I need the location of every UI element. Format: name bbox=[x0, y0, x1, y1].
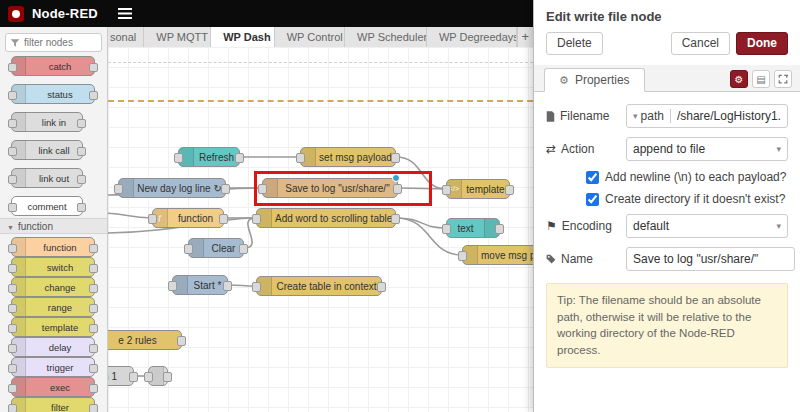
cancel-button[interactable]: Cancel bbox=[671, 32, 730, 55]
link-out-icon bbox=[12, 169, 26, 187]
palette-node-exec[interactable]: exec bbox=[11, 377, 95, 397]
flow-node-create-table-in-context[interactable]: Create table in context bbox=[256, 276, 382, 296]
palette-node-filter[interactable]: filter bbox=[11, 397, 95, 412]
flow-node-change-2-rules[interactable]: e 2 rules bbox=[108, 330, 182, 350]
flow-node-add-word-to-scrolling-table[interactable]: Add word to scrolling table bbox=[256, 208, 396, 228]
palette-node-template[interactable]: template bbox=[11, 317, 95, 337]
text-icon bbox=[484, 219, 499, 237]
palette-node-label: link call bbox=[26, 145, 82, 156]
flow-node-start[interactable]: Start * bbox=[172, 275, 228, 295]
node-label: set msg payload bbox=[316, 152, 395, 163]
palette-node-status[interactable]: status bbox=[11, 84, 95, 104]
palette-node-link-call[interactable]: link call bbox=[11, 140, 83, 160]
node-label: Start * bbox=[188, 280, 227, 291]
palette-node-label: status bbox=[26, 89, 94, 100]
description-button[interactable]: ▤ bbox=[752, 70, 770, 88]
add-tab-button[interactable]: + bbox=[517, 27, 533, 47]
flag-icon: ⚑ bbox=[546, 219, 557, 233]
link-icon bbox=[149, 367, 164, 385]
trigger-icon bbox=[12, 358, 26, 376]
action-select[interactable]: append to file ▾ bbox=[626, 137, 788, 161]
palette-search[interactable] bbox=[5, 33, 102, 52]
palette-node-label: link in bbox=[26, 117, 82, 128]
newline-checkbox-row: Add newline (\n) to each payload? bbox=[586, 170, 788, 184]
tab-properties[interactable]: ⚙ Properties bbox=[544, 68, 645, 92]
catch-icon bbox=[12, 57, 26, 75]
palette-node-catch[interactable]: catch bbox=[11, 56, 95, 76]
encoding-select[interactable]: default ▾ bbox=[626, 214, 788, 238]
chevron-down-icon: ▾ bbox=[776, 144, 781, 154]
newline-checkbox[interactable] bbox=[586, 171, 599, 184]
node-label: Clear bbox=[204, 243, 243, 254]
palette-category-label: function bbox=[18, 221, 53, 232]
encoding-value: default bbox=[633, 219, 669, 233]
refresh-icon bbox=[179, 148, 194, 166]
palette-node-delay[interactable]: delay bbox=[11, 337, 95, 357]
tab-wp-degreedays[interactable]: WP Degreedays bbox=[427, 27, 517, 47]
palette-node-label: link out bbox=[26, 173, 82, 184]
flow-node-link[interactable] bbox=[148, 366, 168, 386]
encoding-label: ⚑ Encoding bbox=[546, 219, 626, 233]
flow-node-template[interactable]: </>template bbox=[446, 179, 510, 199]
filter-icon bbox=[12, 398, 26, 412]
palette-node-change[interactable]: change bbox=[11, 277, 95, 297]
flow-node-save-to-log[interactable]: Save to log "usr/share/" bbox=[262, 178, 398, 198]
swap-icon: ⇄ bbox=[546, 142, 556, 156]
delay-icon bbox=[12, 338, 26, 356]
mkdir-checkbox[interactable] bbox=[586, 193, 599, 206]
tab-wp-control[interactable]: WP Control bbox=[275, 27, 345, 47]
expand-icon bbox=[778, 74, 788, 84]
palette-node-label: change bbox=[26, 282, 94, 293]
switch-icon bbox=[12, 258, 26, 276]
node-red-logo bbox=[8, 6, 24, 22]
edit-node-form: Filename ▾path /share/LogHistory1.log ⇄ … bbox=[534, 92, 800, 368]
palette-node-function[interactable]: function bbox=[11, 237, 95, 257]
palette-node-trigger[interactable]: trigger bbox=[11, 357, 95, 377]
gear-icon: ⚙ bbox=[559, 69, 569, 91]
chevron-down-icon: ▾ bbox=[776, 221, 781, 231]
node-settings-button[interactable]: ⚙ bbox=[730, 70, 748, 88]
palette-node-label: delay bbox=[26, 342, 94, 353]
palette-node-switch[interactable]: switch bbox=[11, 257, 95, 277]
node-label: move msg payload bbox=[478, 250, 533, 261]
edit-node-panel: Edit write file node Delete Cancel Done … bbox=[533, 0, 800, 412]
palette-category-function[interactable]: ▼function bbox=[0, 218, 108, 234]
flow-node-clear[interactable]: Clear bbox=[188, 238, 244, 258]
delete-button[interactable]: Delete bbox=[546, 32, 603, 55]
filename-input[interactable]: ▾path /share/LogHistory1.log bbox=[626, 104, 788, 128]
filename-type-dropdown[interactable]: ▾path bbox=[633, 109, 671, 123]
node-label: Refresh bbox=[194, 152, 239, 163]
change-icon bbox=[301, 148, 316, 166]
palette-node-comment[interactable]: comment bbox=[11, 196, 83, 216]
palette-node-link-out[interactable]: link out bbox=[11, 168, 83, 188]
tab-properties-label: Properties bbox=[575, 69, 630, 91]
node-label: Save to log "usr/share/" bbox=[278, 183, 397, 194]
flow-node-set-msg-payload[interactable]: set msg payload bbox=[300, 147, 396, 167]
menu-icon[interactable] bbox=[116, 7, 134, 21]
expand-button[interactable] bbox=[774, 70, 792, 88]
tab-personal[interactable]: sonal bbox=[108, 27, 144, 47]
tab-wp-mqtt[interactable]: WP MQTT bbox=[144, 27, 211, 47]
palette-node-range[interactable]: range bbox=[11, 297, 95, 317]
tab-wp-scheduler[interactable]: WP Scheduler bbox=[345, 27, 427, 47]
flow-node-new-day-log-line[interactable]: New day log line ↻ bbox=[118, 178, 226, 198]
function-icon bbox=[257, 209, 272, 227]
flow-node-text[interactable]: text bbox=[446, 218, 500, 238]
tab-wp-dash[interactable]: WP Dash bbox=[211, 27, 274, 47]
name-input[interactable] bbox=[626, 247, 795, 271]
tip-box: Tip: The filename should be an absolute … bbox=[546, 283, 788, 368]
flow-node-n1[interactable]: n 1 bbox=[108, 366, 134, 386]
node-label: Add word to scrolling table bbox=[272, 213, 395, 224]
palette-node-label: trigger bbox=[26, 362, 94, 373]
palette-node-label: range bbox=[26, 302, 94, 313]
template-icon bbox=[12, 318, 26, 336]
palette-search-input[interactable] bbox=[24, 37, 94, 48]
palette-node-link-in[interactable]: link in bbox=[11, 112, 83, 132]
workspace-tabbar: sonal WP MQTT WP Dash WP Control WP Sche… bbox=[108, 27, 533, 47]
done-button[interactable]: Done bbox=[736, 32, 788, 55]
flow-node-move-msg-payload[interactable]: move msg payload bbox=[462, 245, 533, 265]
chevron-down-icon: ▼ bbox=[7, 224, 14, 231]
flow-canvas[interactable]: Refresh set msg payload New day log line… bbox=[108, 47, 533, 412]
flow-node-refresh[interactable]: Refresh bbox=[178, 147, 240, 167]
flow-node-function[interactable]: ƒfunction bbox=[152, 208, 224, 228]
